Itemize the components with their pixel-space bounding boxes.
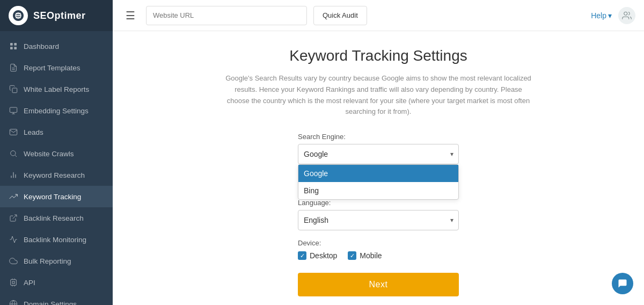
svg-rect-7 xyxy=(12,88,17,93)
svg-rect-2 xyxy=(14,43,17,46)
sidebar-item-keyword-tracking[interactable]: Keyword Tracking xyxy=(0,186,113,207)
mobile-checkbox-label[interactable]: ✓ Mobile xyxy=(348,251,382,260)
svg-point-23 xyxy=(10,300,17,305)
sidebar-item-label: Backlink Monitoring xyxy=(24,236,86,244)
sidebar-logo: SEOptimer xyxy=(0,0,113,31)
sidebar-item-backlink-research[interactable]: Backlink Research xyxy=(0,207,113,229)
svg-rect-8 xyxy=(10,107,17,112)
device-options: ✓ Desktop ✓ Mobile xyxy=(298,251,459,260)
cloud-icon xyxy=(9,256,18,266)
language-label: Language: xyxy=(298,199,459,207)
content-area: Keyword Tracking Settings Google's Searc… xyxy=(113,31,644,305)
desktop-checkbox[interactable]: ✓ xyxy=(298,251,306,260)
sidebar-item-label: White Label Reports xyxy=(24,85,89,93)
svg-rect-1 xyxy=(10,43,13,46)
desktop-label: Desktop xyxy=(310,251,337,260)
svg-rect-3 xyxy=(10,47,13,49)
logo-icon xyxy=(9,6,28,25)
settings-form: Search Engine: Google Bing ▾ Google Bing… xyxy=(298,133,459,296)
desktop-checkbox-label[interactable]: ✓ Desktop xyxy=(298,251,337,260)
svg-point-11 xyxy=(11,151,16,156)
sidebar-item-white-label-reports[interactable]: White Label Reports xyxy=(0,78,113,100)
trending-up-icon xyxy=(9,192,18,201)
sidebar-item-api[interactable]: API xyxy=(0,272,113,293)
sidebar-item-dashboard[interactable]: Dashboard xyxy=(0,35,113,57)
copy-icon xyxy=(9,84,18,94)
page-title: Keyword Tracking Settings xyxy=(289,47,467,64)
search-engine-select[interactable]: Google Bing xyxy=(298,144,459,164)
language-select[interactable]: English xyxy=(298,210,459,230)
chat-bubble-button[interactable] xyxy=(612,273,633,294)
sidebar-item-label: Leads xyxy=(24,128,43,136)
sidebar-item-embedding-settings[interactable]: Embedding Settings xyxy=(0,100,113,121)
quick-audit-button[interactable]: Quick Audit xyxy=(313,6,367,25)
svg-rect-17 xyxy=(11,280,17,286)
svg-rect-4 xyxy=(14,47,17,49)
sidebar: SEOptimer Dashboard Report Templates Whi… xyxy=(0,0,113,305)
sidebar-item-backlink-monitoring[interactable]: Backlink Monitoring xyxy=(0,229,113,250)
monitor-icon xyxy=(9,106,18,115)
url-input[interactable] xyxy=(146,6,307,25)
sidebar-nav: Dashboard Report Templates White Label R… xyxy=(0,31,113,305)
sidebar-item-label: Website Crawls xyxy=(24,150,74,158)
main-area: ☰ Quick Audit Help ▾ Keyword Tracking Se… xyxy=(113,0,644,305)
dropdown-option-google[interactable]: Google xyxy=(298,165,458,182)
sidebar-item-label: Keyword Tracking xyxy=(24,193,81,201)
language-wrapper: Language: English ▾ xyxy=(298,199,459,230)
users-icon[interactable] xyxy=(618,7,635,24)
search-icon xyxy=(9,149,18,158)
sidebar-item-bulk-reporting[interactable]: Bulk Reporting xyxy=(0,250,113,272)
sidebar-item-label: Report Templates xyxy=(24,64,80,72)
device-label: Device: xyxy=(298,239,459,247)
bar-chart-icon xyxy=(9,170,18,180)
sidebar-item-label: Domain Settings xyxy=(24,300,77,306)
svg-rect-18 xyxy=(12,281,14,284)
dropdown-option-bing[interactable]: Bing xyxy=(298,182,458,199)
svg-line-12 xyxy=(15,155,17,157)
search-engine-label: Search Engine: xyxy=(298,133,459,141)
mobile-label: Mobile xyxy=(360,251,382,260)
sidebar-item-domain-settings[interactable]: Domain Settings xyxy=(0,293,113,305)
logo-text: SEOptimer xyxy=(33,10,86,21)
file-edit-icon xyxy=(9,63,18,72)
globe-icon xyxy=(9,299,18,305)
sidebar-item-label: Dashboard xyxy=(24,42,59,50)
sidebar-item-leads[interactable]: Leads xyxy=(0,121,113,143)
svg-line-16 xyxy=(13,215,17,219)
next-button[interactable]: Next xyxy=(298,273,459,296)
page-description: Google's Search Results vary by country … xyxy=(223,73,534,118)
cpu-icon xyxy=(9,278,18,287)
sidebar-item-label: API xyxy=(24,279,35,287)
search-engine-dropdown: Google Bing xyxy=(298,164,459,200)
sidebar-item-website-crawls[interactable]: Website Crawls xyxy=(0,143,113,164)
grid-icon xyxy=(9,41,18,51)
sidebar-item-label: Bulk Reporting xyxy=(24,257,71,265)
topbar-right: Help ▾ xyxy=(591,7,635,24)
svg-point-25 xyxy=(624,12,627,15)
activity-icon xyxy=(9,235,18,244)
sidebar-item-report-templates[interactable]: Report Templates xyxy=(0,57,113,78)
language-select-wrapper: English ▾ xyxy=(298,210,459,230)
sidebar-item-label: Embedding Settings xyxy=(24,107,89,115)
help-button[interactable]: Help ▾ xyxy=(591,11,612,20)
sidebar-item-label: Keyword Research xyxy=(24,171,85,179)
mail-icon xyxy=(9,127,18,137)
sidebar-item-keyword-research[interactable]: Keyword Research xyxy=(0,164,113,186)
device-section: Device: ✓ Desktop ✓ Mobile xyxy=(298,239,459,260)
search-engine-select-wrapper: Google Bing ▾ Google Bing xyxy=(298,144,459,164)
mobile-checkbox[interactable]: ✓ xyxy=(348,251,356,260)
external-link-icon xyxy=(9,213,18,223)
sidebar-item-label: Backlink Research xyxy=(24,214,84,222)
topbar: ☰ Quick Audit Help ▾ xyxy=(113,0,644,31)
hamburger-icon[interactable]: ☰ xyxy=(121,7,140,24)
